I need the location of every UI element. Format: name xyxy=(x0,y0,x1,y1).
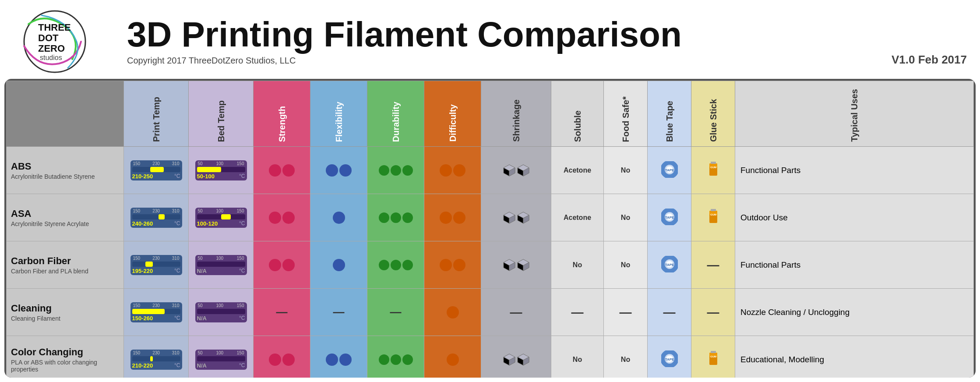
svg-text:TAPE: TAPE xyxy=(665,263,674,267)
flex-cleaning: — xyxy=(310,289,367,336)
header: THREE DOT ZERO studios 3D Printing Filam… xyxy=(0,0,980,79)
col-header-food-safe: Food Safe* xyxy=(604,81,648,147)
svg-text:TAPE: TAPE xyxy=(665,216,674,219)
col-header-glue-stick: Glue Stick xyxy=(691,81,735,147)
row-label-color_changing: Color Changing PLA or ABS with color cha… xyxy=(7,336,124,378)
copyright-text: Copyright 2017 ThreeDotZero Studios, LLC xyxy=(127,56,296,66)
table-container: Print Temp Bed Temp Strength Flexibility… xyxy=(4,79,976,378)
row-label-carbon_fiber: Carbon Fiber Carbon Fiber and PLA blend xyxy=(7,241,124,289)
logo-svg: THREE DOT ZERO studios xyxy=(11,7,112,77)
subtitle-row: Copyright 2017 ThreeDotZero Studios, LLC… xyxy=(127,53,967,67)
flex-asa xyxy=(310,194,367,241)
glue-carbon_fiber: — xyxy=(691,241,735,289)
col-label-difficulty: Difficulty xyxy=(448,104,458,142)
diff-abs xyxy=(424,147,481,194)
food-color_changing: No xyxy=(604,336,648,378)
svg-text:ZERO: ZERO xyxy=(38,43,65,54)
flex-abs xyxy=(310,147,367,194)
tape-carbon_fiber: TAPE xyxy=(648,241,691,289)
shrink-asa xyxy=(481,194,551,241)
col-header-durability: Durability xyxy=(367,81,424,147)
diff-cleaning xyxy=(424,289,481,336)
dur-carbon_fiber xyxy=(367,241,424,289)
table-body: ABS Acrylonitrile Butadiene Styrene 1502… xyxy=(7,147,974,378)
food-abs: No xyxy=(604,147,648,194)
glue-asa: GUM xyxy=(691,194,735,241)
col-label-blue-tape: Blue Tape xyxy=(664,101,675,142)
print-temp-carbon_fiber: 150230310 195-220°C xyxy=(124,241,189,289)
title-area: 3D Printing Filament Comparison Copyrigh… xyxy=(118,17,967,67)
soluble-abs: Acetone xyxy=(551,147,604,194)
svg-rect-64 xyxy=(711,351,716,353)
flex-color_changing xyxy=(310,336,367,378)
row-label-abs: ABS Acrylonitrile Butadiene Styrene xyxy=(7,147,124,194)
col-label-shrinkage: Shrinkage xyxy=(511,99,522,142)
col-header-flexibility: Flexibility xyxy=(310,81,367,147)
print-temp-asa: 150230310 240-260°C xyxy=(124,194,189,241)
main-title: 3D Printing Filament Comparison xyxy=(127,17,967,52)
soluble-color_changing: No xyxy=(551,336,604,378)
page-wrapper: THREE DOT ZERO studios 3D Printing Filam… xyxy=(0,0,980,382)
col-header-strength: Strength xyxy=(254,81,310,147)
bed-temp-asa: 50100150 100-120°C xyxy=(189,194,254,241)
col-label-durability: Durability xyxy=(391,102,401,142)
svg-text:GUM: GUM xyxy=(710,166,716,169)
strength-asa xyxy=(254,194,310,241)
row-label-asa: ASA Acrylonitrile Styrene Acrylate xyxy=(7,194,124,241)
col-header-print-temp: Print Temp xyxy=(124,81,189,147)
col-header-soluble: Soluble xyxy=(551,81,604,147)
table-row-color_changing: Color Changing PLA or ABS with color cha… xyxy=(7,336,974,378)
typical-asa: Outdoor Use xyxy=(735,194,974,241)
soluble-cleaning: — xyxy=(551,289,604,336)
typical-cleaning: Nozzle Cleaning / Unclogging xyxy=(735,289,974,336)
flex-carbon_fiber xyxy=(310,241,367,289)
col-label-typical-uses: Typical Uses xyxy=(849,89,860,142)
shrink-cleaning: — xyxy=(481,289,551,336)
shrink-color_changing xyxy=(481,336,551,378)
dur-abs xyxy=(367,147,424,194)
col-label-flexibility: Flexibility xyxy=(334,102,344,142)
dur-cleaning: — xyxy=(367,289,424,336)
strength-abs xyxy=(254,147,310,194)
typical-carbon_fiber: Functional Parts xyxy=(735,241,974,289)
tape-color_changing: TAPE xyxy=(648,336,691,378)
glue-cleaning: — xyxy=(691,289,735,336)
print-temp-abs: 150230310 210-250°C xyxy=(124,147,189,194)
col-header-difficulty: Difficulty xyxy=(424,81,481,147)
print-temp-cleaning: 150230310 150-260°C xyxy=(124,289,189,336)
logo-area: THREE DOT ZERO studios xyxy=(4,7,118,77)
comparison-table: Print Temp Bed Temp Strength Flexibility… xyxy=(6,81,974,378)
strength-carbon_fiber xyxy=(254,241,310,289)
print-temp-color_changing: 150230310 210-220°C xyxy=(124,336,189,378)
svg-text:TAPE: TAPE xyxy=(665,168,674,172)
typical-color_changing: Educational, Modelling xyxy=(735,336,974,378)
table-row-asa: ASA Acrylonitrile Styrene Acrylate 15023… xyxy=(7,194,974,241)
soluble-asa: Acetone xyxy=(551,194,604,241)
diff-color_changing xyxy=(424,336,481,378)
table-row-cleaning: Cleaning Cleaning Filament 150230310 150… xyxy=(7,289,974,336)
version-text: V1.0 Feb 2017 xyxy=(892,53,967,67)
svg-text:TAPE: TAPE xyxy=(665,357,674,361)
svg-rect-20 xyxy=(711,162,716,164)
svg-text:GUM: GUM xyxy=(710,213,716,216)
col-header-typical-uses: Typical Uses xyxy=(735,81,974,147)
diff-carbon_fiber xyxy=(424,241,481,289)
col-label-bed-temp: Bed Temp xyxy=(216,100,226,142)
svg-text:THREE: THREE xyxy=(38,22,71,33)
svg-text:GUM: GUM xyxy=(710,355,716,358)
svg-text:studios: studios xyxy=(40,54,62,61)
dur-asa xyxy=(367,194,424,241)
svg-text:DOT: DOT xyxy=(38,32,59,43)
food-asa: No xyxy=(604,194,648,241)
col-label-strength: Strength xyxy=(277,106,287,142)
food-cleaning: — xyxy=(604,289,648,336)
shrink-abs xyxy=(481,147,551,194)
col-header-shrinkage: Shrinkage xyxy=(481,81,551,147)
bed-temp-cleaning: 50100150 N/A°C xyxy=(189,289,254,336)
bed-temp-carbon_fiber: 50100150 N/A°C xyxy=(189,241,254,289)
tape-cleaning: — xyxy=(648,289,691,336)
col-label-glue-stick: Glue Stick xyxy=(708,99,719,142)
col-label-soluble: Soluble xyxy=(572,110,583,142)
table-row-carbon_fiber: Carbon Fiber Carbon Fiber and PLA blend … xyxy=(7,241,974,289)
strength-color_changing xyxy=(254,336,310,378)
